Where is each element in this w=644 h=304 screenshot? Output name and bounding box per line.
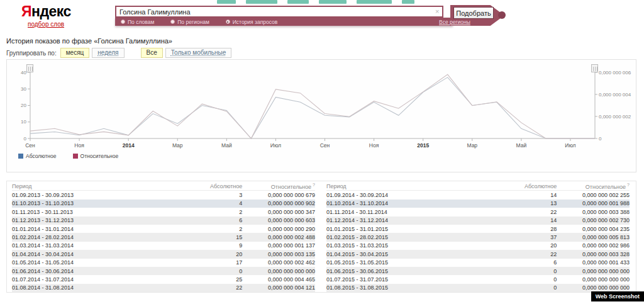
cell-relative: 0,000 000 003 388 [557, 209, 630, 215]
table-row: 01.11.2014 - 30.11.2014220,000 000 003 3… [326, 208, 630, 216]
submit-button[interactable]: Подобрать [453, 7, 494, 19]
svg-text:Сен: Сен [320, 142, 330, 149]
device-option-mobile[interactable]: Только мобильные [165, 48, 232, 58]
svg-text:2015: 2015 [417, 142, 429, 149]
chart-legend: АбсолютноеОтносительное [18, 153, 118, 159]
device-option-all[interactable]: Все [141, 48, 163, 58]
cell-absolute: 2 [182, 209, 242, 215]
cell-absolute: 25 [182, 276, 242, 283]
table-row: 01.04.2014 - 30.04.2014200,000 000 003 1… [12, 250, 315, 258]
top-nav-link-stub[interactable] [357, 0, 392, 4]
cell-period: 01.03.2014 - 31.03.2014 [12, 242, 182, 249]
table-row: 01.02.2014 - 28.02.2014150,000 000 002 4… [12, 233, 315, 241]
table-row: 01.01.2014 - 31.01.201420,000 000 000 29… [12, 225, 315, 233]
legend-item-relative[interactable]: Относительное [73, 153, 119, 159]
cell-relative: 0,000 000 003 328 [557, 251, 630, 257]
cell-period: 01.06.2015 - 30.06.2015 [326, 268, 496, 274]
tab-by-regions[interactable]: По регионам [170, 19, 209, 25]
help-icon[interactable]: ? [627, 183, 630, 187]
tab-history[interactable]: История запросов [226, 19, 278, 25]
cell-relative: 0,000 000 000 679 [242, 192, 315, 198]
legend-swatch-icon [73, 154, 78, 159]
cell-period: 01.03.2015 - 31.03.2015 [326, 242, 496, 249]
help-icon[interactable]: ? [313, 183, 315, 187]
cell-period: 01.04.2015 - 30.04.2015 [326, 251, 496, 257]
svg-text:20: 20 [21, 103, 26, 108]
cell-period: 01.07.2015 - 31.07.2015 [326, 276, 496, 283]
top-nav-link-stub[interactable] [402, 0, 414, 4]
logo-text: ндекс [31, 3, 71, 20]
wordstat-home-link[interactable]: подбор слов [28, 21, 64, 28]
table-header-row: Период Абсолютное Относительное? [326, 183, 630, 191]
cell-relative: 0,000 000 000 347 [242, 209, 315, 215]
cell-relative: 0,000 000 000 000 [557, 268, 630, 274]
search-bar-knob [498, 11, 506, 19]
svg-text:Май: Май [516, 142, 527, 149]
cell-period: 01.10.2014 - 31.10.2014 [326, 200, 496, 206]
cell-relative: 0,000 000 000 902 [242, 200, 315, 206]
svg-text:0: 0 [24, 136, 27, 142]
group-option-month[interactable]: месяц [60, 48, 90, 58]
cell-absolute: 6 [496, 259, 557, 266]
col-period: Период [12, 183, 182, 189]
range-handle-right-icon[interactable] [591, 64, 598, 72]
cell-absolute: 15 [182, 234, 242, 240]
web-screenshot-badge: Web Screenshot [591, 291, 644, 301]
table-row: 01.10.2013 - 31.10.201340,000 000 000 90… [12, 200, 315, 208]
cell-period: 01.07.2014 - 31.07.2014 [12, 276, 182, 283]
cell-relative: 0,000 000 000 000 [557, 284, 630, 291]
svg-text:Июл: Июл [565, 142, 575, 149]
top-service-links [217, 0, 414, 4]
cell-relative: 0,000 000 000 603 [242, 217, 315, 223]
tab-by-words[interactable]: По словам [121, 19, 154, 25]
svg-text:2014: 2014 [123, 142, 135, 149]
cell-absolute: 0 [496, 268, 557, 274]
cell-absolute: 14 [496, 192, 557, 198]
cell-absolute: 13 [496, 200, 557, 206]
cell-absolute: 0 [182, 268, 242, 274]
cell-absolute: 22 [496, 209, 557, 215]
cell-period: 01.12.2013 - 31.12.2013 [12, 217, 182, 223]
history-table-left: Период Абсолютное Относительное? 01.09.2… [7, 181, 321, 292]
table-row: 01.06.2015 - 30.06.201500,000 000 000 00… [326, 267, 630, 275]
svg-text:Июл: Июл [270, 142, 281, 149]
table-row: 01.12.2014 - 31.12.2014140,000 000 002 7… [326, 217, 630, 225]
table-row: 01.03.2015 - 31.03.2015200,000 000 002 9… [326, 242, 630, 250]
top-nav-link-stub[interactable] [287, 0, 309, 4]
svg-text:Мар: Мар [172, 142, 183, 149]
cell-absolute: 0 [496, 276, 557, 283]
cell-relative: 0,000 000 002 488 [242, 234, 315, 240]
legend-swatch-icon [18, 154, 23, 159]
cell-absolute: 20 [182, 251, 242, 257]
cell-relative: 0,000 000 000 290 [242, 226, 315, 232]
svg-text:30: 30 [21, 86, 26, 92]
top-nav-link-stub[interactable] [319, 0, 347, 4]
col-absolute: Абсолютное [182, 183, 242, 189]
cell-absolute: 0 [496, 284, 557, 291]
table-row: 01.09.2013 - 30.09.201330,000 000 000 67… [12, 191, 315, 199]
cell-period: 01.12.2014 - 31.12.2014 [326, 217, 496, 223]
svg-text:0,000 000 002: 0,000 000 002 [599, 114, 631, 120]
table-row: 01.01.2015 - 31.01.2015280,000 000 004 2… [326, 225, 630, 233]
yandex-logo[interactable]: Яндекс [21, 3, 71, 20]
cell-period: 01.08.2015 - 31.08.2015 [326, 284, 496, 291]
relative-line [30, 74, 595, 138]
cell-absolute: 22 [496, 251, 557, 257]
all-regions-link[interactable]: Все регионы [439, 19, 470, 25]
top-nav-link-stub[interactable] [246, 0, 277, 4]
page-title: История показов по фразе «Голсина Галиму… [6, 37, 172, 45]
cell-relative: 0,000 000 002 730 [557, 217, 630, 223]
range-handle-left-icon[interactable] [26, 64, 33, 72]
search-mode-bar: По словамПо регионамИстория запросов [115, 18, 453, 26]
legend-label: Относительное [80, 153, 119, 159]
group-option-week[interactable]: неделя [92, 48, 124, 58]
tab-label: История запросов [233, 19, 278, 25]
legend-item-absolute[interactable]: Абсолютное [18, 153, 57, 159]
svg-text:0: 0 [599, 136, 602, 142]
col-period: Период [326, 183, 496, 189]
search-input[interactable] [115, 6, 443, 18]
cell-period: 01.06.2014 - 30.06.2014 [12, 268, 182, 274]
clear-input-icon[interactable]: × [435, 8, 439, 15]
top-nav-link-stub[interactable] [217, 0, 236, 4]
cell-relative: 0,000 000 001 988 [557, 200, 630, 206]
